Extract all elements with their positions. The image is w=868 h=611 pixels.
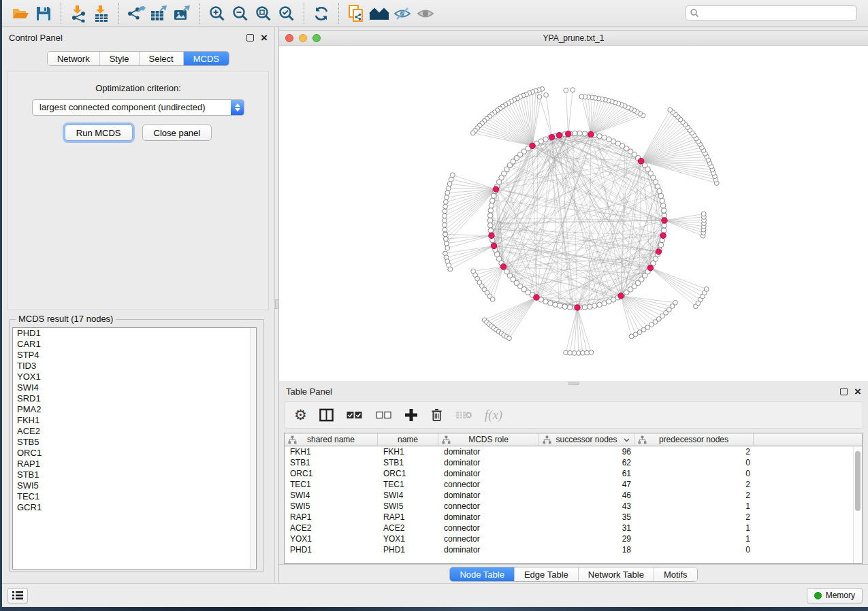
float-panel-icon[interactable] (246, 34, 254, 42)
network-overview-button[interactable] (368, 3, 391, 24)
show-all-button[interactable] (414, 3, 437, 24)
table-row-swi4[interactable]: SWI4SWI4dominator462 (285, 490, 862, 501)
cell-successor-nodes[interactable]: 46 (539, 490, 634, 501)
tab-mcds[interactable]: MCDS (184, 52, 229, 65)
cell-shared-name[interactable]: FKH1 (285, 446, 378, 457)
tab-motifs[interactable]: Motifs (654, 567, 697, 581)
memory-button[interactable]: Memory (807, 588, 863, 604)
cell-name[interactable]: SWI5 (378, 501, 438, 512)
column-header-predecessor-nodes[interactable]: predecessor nodes (634, 433, 754, 446)
function-builder-button[interactable]: f(x) (485, 408, 502, 423)
cell-successor-nodes[interactable]: 29 (539, 533, 634, 544)
hide-selected-button[interactable] (391, 3, 414, 24)
mcds-result-item[interactable]: TEC1 (13, 491, 256, 502)
split-panel-button[interactable] (319, 408, 334, 422)
run-mcds-button[interactable]: Run MCDS (65, 125, 133, 141)
maximize-window-icon[interactable] (312, 34, 321, 42)
cell-predecessor-nodes[interactable]: 2 (634, 446, 754, 457)
export-image-button[interactable] (171, 3, 194, 24)
close-panel-icon[interactable]: × (261, 34, 268, 42)
table-row-rap1[interactable]: RAP1RAP1dominator352 (285, 512, 862, 523)
cell-successor-nodes[interactable]: 43 (539, 501, 634, 512)
cell-shared-name[interactable]: STB1 (285, 457, 378, 468)
cell-predecessor-nodes[interactable]: 0 (634, 468, 754, 479)
cell-name[interactable]: FKH1 (378, 446, 438, 457)
cell-shared-name[interactable]: SWI4 (285, 490, 378, 501)
import-network-button[interactable] (67, 3, 90, 24)
cell-predecessor-nodes[interactable]: 0 (634, 544, 754, 555)
mcds-result-item[interactable]: RAP1 (13, 459, 256, 469)
horizontal-splitter-grip[interactable] (568, 382, 579, 385)
cell-shared-name[interactable]: YOX1 (285, 533, 378, 544)
copy-share-button[interactable] (344, 3, 368, 24)
cell-predecessor-nodes[interactable]: 1 (634, 533, 754, 544)
mcds-result-item[interactable]: PMA2 (13, 404, 256, 415)
vertical-splitter[interactable] (274, 27, 279, 583)
mcds-result-item[interactable]: SRD1 (13, 393, 256, 404)
tab-network[interactable]: Network (48, 52, 100, 65)
cell-predecessor-nodes[interactable]: 2 (634, 512, 754, 523)
close-panel-icon[interactable]: × (854, 388, 861, 395)
table-row-phd1[interactable]: PHD1PHD1dominator180 (285, 544, 862, 555)
cell-predecessor-nodes[interactable]: 2 (634, 479, 754, 490)
table-row-ace2[interactable]: ACE2ACE2connector311 (285, 523, 862, 533)
tab-edge-table[interactable]: Edge Table (515, 567, 579, 581)
tab-style[interactable]: Style (100, 52, 140, 65)
open-file-button[interactable] (9, 3, 32, 24)
export-network-button[interactable] (125, 3, 148, 24)
cell-name[interactable]: SWI4 (378, 490, 438, 501)
cell-predecessor-nodes[interactable]: 2 (634, 490, 754, 501)
zoom-fit-button[interactable] (252, 3, 275, 24)
cell-name[interactable]: YOX1 (378, 533, 438, 544)
column-header-shared-name[interactable]: shared name (285, 433, 378, 446)
save-session-button[interactable] (32, 3, 55, 24)
cell-name[interactable]: ACE2 (378, 523, 438, 533)
cell-name[interactable]: RAP1 (378, 512, 438, 523)
cell-name[interactable]: PHD1 (378, 544, 438, 555)
cell-mcds-role[interactable]: connector (438, 523, 539, 533)
cell-successor-nodes[interactable]: 35 (539, 512, 634, 523)
table-scroll-thumb[interactable] (855, 451, 861, 511)
cell-name[interactable]: TEC1 (378, 479, 438, 490)
mcds-result-item[interactable]: STB5 (13, 437, 256, 448)
cell-shared-name[interactable]: TEC1 (285, 479, 378, 490)
close-panel-button[interactable]: Close panel (142, 125, 212, 141)
settings-gear-button[interactable]: ⚙ (294, 408, 307, 422)
zoom-out-button[interactable] (229, 3, 252, 24)
tab-select[interactable]: Select (140, 52, 184, 65)
network-canvas[interactable] (279, 46, 868, 381)
column-header-name[interactable]: name (378, 433, 438, 446)
cell-shared-name[interactable]: ACE2 (285, 523, 378, 533)
cell-successor-nodes[interactable]: 47 (539, 479, 634, 490)
mcds-result-item[interactable]: SWI4 (13, 382, 256, 393)
network-graph[interactable] (279, 46, 868, 381)
cell-mcds-role[interactable]: dominator (438, 457, 539, 468)
cell-mcds-role[interactable]: dominator (438, 512, 539, 523)
cell-successor-nodes[interactable]: 62 (539, 457, 634, 468)
optimization-select[interactable]: largest connected component (undirected) (32, 99, 244, 116)
mcds-result-item[interactable]: STB1 (13, 469, 256, 480)
cell-mcds-role[interactable]: connector (438, 533, 539, 544)
table-row-tec1[interactable]: TEC1TEC1connector472 (285, 479, 862, 490)
delete-entry-button[interactable] (430, 408, 443, 423)
float-panel-icon[interactable] (840, 388, 848, 395)
export-table-button[interactable] (148, 3, 171, 24)
cell-shared-name[interactable]: PHD1 (285, 544, 378, 555)
table-row-orc1[interactable]: ORC1ORC1dominator610 (285, 468, 862, 479)
minimize-window-icon[interactable] (299, 34, 307, 42)
mcds-result-item[interactable]: ORC1 (13, 448, 256, 459)
table-scrollbar[interactable] (853, 447, 862, 563)
table-row-fkh1[interactable]: FKH1FKH1dominator962 (285, 446, 862, 457)
cell-successor-nodes[interactable]: 31 (539, 523, 634, 533)
tab-network-table[interactable]: Network Table (579, 567, 654, 581)
cell-mcds-role[interactable]: connector (438, 479, 539, 490)
cell-mcds-role[interactable]: dominator (438, 544, 539, 555)
search-input[interactable] (686, 5, 857, 21)
tab-node-table[interactable]: Node Table (450, 567, 515, 581)
delete-table-button[interactable] (455, 410, 472, 420)
mcds-list-scrollbar[interactable] (250, 328, 256, 569)
refresh-view-button[interactable] (310, 3, 333, 24)
task-history-button[interactable] (7, 588, 28, 604)
cell-mcds-role[interactable]: connector (438, 501, 539, 512)
cell-name[interactable]: STB1 (378, 457, 438, 468)
